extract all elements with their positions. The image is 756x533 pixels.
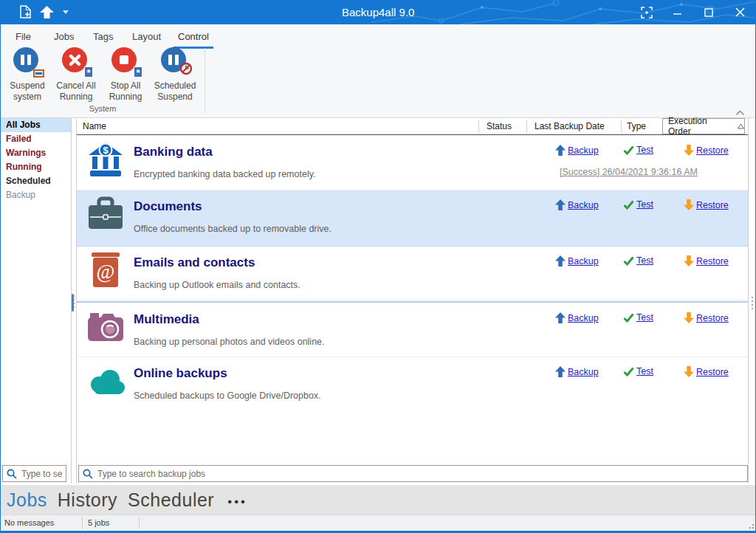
backup-arrow-icon (555, 199, 566, 210)
job-name[interactable]: Banking data (134, 145, 213, 159)
job-description: Backing up Outlook emails and contacts. (134, 280, 300, 290)
splitter-grip-dots[interactable] (749, 297, 756, 309)
job-name[interactable]: Online backups (134, 366, 227, 381)
qat-dropdown-caret-icon[interactable] (63, 10, 69, 14)
sidebar-item-all-jobs[interactable]: All Jobs (1, 118, 71, 132)
test-link[interactable]: Test (636, 145, 653, 155)
restore-link[interactable]: Restore (696, 313, 729, 323)
ribbon-button-label: Suspend system (3, 80, 52, 103)
backup-arrow-icon (555, 255, 566, 266)
stop-all-running-icon: * (111, 47, 140, 76)
sidebar-item-backup[interactable]: Backup (1, 188, 71, 202)
view-tabs-bar: Jobs History Scheduler ••• (1, 485, 755, 515)
tab-file[interactable]: File (11, 28, 35, 47)
sidebar-search-input[interactable] (20, 468, 66, 480)
job-row-emails-and-contacts[interactable]: @ Emails and contacts Backing up Outlook… (77, 247, 748, 300)
backup-quick-icon[interactable] (40, 6, 54, 18)
tab-layout[interactable]: Layout (128, 28, 165, 47)
column-header-last-backup-date[interactable]: Last Backup Date (535, 121, 605, 131)
sidebar-search-box (2, 465, 66, 482)
title-bar: Backup4all 9.0 (1, 0, 755, 24)
focus-mode-icon[interactable] (631, 0, 662, 24)
test-action: Test (623, 366, 653, 376)
suspend-system-button[interactable]: Suspend system (3, 47, 52, 113)
job-description: Encrypted banking data backed up remotel… (134, 169, 315, 179)
maximize-button[interactable] (693, 0, 724, 24)
view-tab-jobs[interactable]: Jobs (7, 489, 47, 511)
test-check-icon (623, 145, 634, 155)
restore-action: Restore (684, 312, 729, 323)
backup-link[interactable]: Backup (568, 256, 599, 266)
job-row-banking-data[interactable]: $ Banking data Encrypted banking data ba… (77, 136, 748, 190)
restore-link[interactable]: Restore (696, 200, 729, 210)
more-views-icon[interactable]: ••• (227, 490, 247, 509)
minimize-button[interactable] (662, 0, 693, 24)
sidebar-item-scheduled[interactable]: Scheduled (1, 174, 71, 188)
jobs-search-box (78, 465, 748, 482)
restore-arrow-icon (684, 255, 694, 266)
sidebar-item-warnings[interactable]: Warnings (1, 146, 71, 160)
quick-access-toolbar (20, 5, 69, 18)
test-link[interactable]: Test (636, 366, 653, 376)
backup-link[interactable]: Backup (568, 145, 599, 156)
ribbon-button-label: Stop All Running (101, 80, 150, 103)
sort-ascending-icon (738, 123, 744, 129)
job-description: Office documents backed up to removable … (134, 224, 331, 234)
svg-text:$: $ (103, 145, 109, 156)
sidebar-splitter[interactable] (71, 118, 77, 484)
job-row-multimedia[interactable]: Multimedia Backing up personal photos an… (77, 303, 748, 357)
new-backup-job-icon[interactable] (20, 5, 31, 18)
collapse-ribbon-icon[interactable] (735, 106, 745, 119)
tab-jobs[interactable]: Jobs (49, 28, 78, 47)
last-backup-status[interactable]: [Success] 26/04/2021 9:36:16 AM (560, 167, 698, 177)
restore-arrow-icon (684, 199, 694, 210)
right-gutter (748, 118, 756, 484)
tab-tags[interactable]: Tags (89, 28, 117, 47)
backup-link[interactable]: Backup (568, 313, 599, 323)
resize-grip[interactable] (745, 520, 754, 529)
backup-link[interactable]: Backup (568, 200, 599, 210)
backup-arrow-icon (555, 145, 566, 156)
close-button[interactable] (724, 0, 755, 24)
window-controls (631, 0, 755, 24)
view-tab-scheduler[interactable]: Scheduler (128, 489, 214, 511)
cancel-all-running-button[interactable]: * Cancel All Running (52, 47, 100, 113)
column-header-name[interactable]: Name (83, 121, 106, 131)
column-header-status[interactable]: Status (487, 121, 512, 131)
sidebar-item-running[interactable]: Running (1, 160, 71, 174)
tab-control[interactable]: Control (173, 28, 213, 49)
restore-link[interactable]: Restore (696, 367, 729, 377)
sidebar-item-failed[interactable]: Failed (1, 132, 71, 146)
view-tab-history[interactable]: History (58, 489, 117, 511)
svg-text:@: @ (97, 261, 115, 283)
sidebar-filter-list: All Jobs Failed Warnings Running Schedul… (1, 118, 71, 461)
stop-all-running-button[interactable]: * Stop All Running (101, 47, 150, 113)
job-name[interactable]: Documents (134, 199, 202, 214)
column-header-execution-order[interactable]: Execution Order (662, 118, 745, 134)
scheduled-suspend-button[interactable]: Scheduled Suspend (151, 47, 199, 113)
restore-action: Restore (684, 199, 729, 210)
job-name[interactable]: Emails and contacts (134, 255, 255, 270)
restore-arrow-icon (684, 312, 694, 323)
ribbon: File Jobs Tags Layout Control Suspend sy… (1, 24, 755, 118)
test-link[interactable]: Test (636, 199, 653, 210)
ribbon-group-label: System (1, 104, 205, 113)
column-header-label: Execution Order (668, 116, 732, 137)
job-name[interactable]: Multimedia (134, 312, 199, 327)
camera-icon (88, 312, 125, 345)
search-icon (83, 469, 93, 479)
column-header-type[interactable]: Type (627, 121, 646, 131)
restore-link[interactable]: Restore (696, 256, 729, 266)
job-row-online-backups[interactable]: Online backups Scheduled backups to Goog… (77, 357, 748, 412)
restore-arrow-icon (684, 366, 694, 377)
test-link[interactable]: Test (636, 312, 653, 323)
backup-link[interactable]: Backup (568, 367, 599, 377)
restore-action: Restore (684, 366, 729, 377)
test-link[interactable]: Test (636, 255, 653, 266)
job-row-documents[interactable]: Documents Office documents backed up to … (77, 190, 748, 247)
jobs-search-input[interactable] (96, 468, 747, 480)
restore-link[interactable]: Restore (696, 145, 729, 156)
ribbon-button-label: Scheduled Suspend (151, 80, 199, 103)
suspend-system-icon (13, 47, 42, 76)
test-check-icon (623, 313, 634, 323)
